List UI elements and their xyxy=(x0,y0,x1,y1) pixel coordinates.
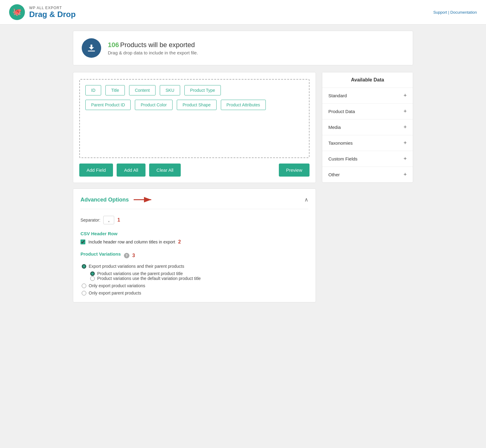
product-variations-section: Product Variations ? 3 Export product va… xyxy=(80,251,308,295)
data-section-media-label: Media xyxy=(328,125,341,130)
advanced-options-card: Advanced Options xyxy=(73,188,316,302)
logo-top-text: WP ALL EXPORT xyxy=(29,6,76,10)
variation-sub-options: Product variations use the parent produc… xyxy=(82,271,308,281)
variation-title-radio-2[interactable] xyxy=(90,276,95,281)
variation-label-3: Only export parent products xyxy=(89,291,141,295)
variation-label-1: Export product variations and their pare… xyxy=(89,264,184,269)
field-tag-parent-product-id[interactable]: Parent Product ID xyxy=(85,100,131,110)
preview-button[interactable]: Preview xyxy=(279,164,310,177)
field-row-2: Parent Product ID Product Color Product … xyxy=(85,100,303,110)
csv-header-section: CSV Header Row Include header row and co… xyxy=(80,231,308,245)
csv-header-checkbox[interactable] xyxy=(80,240,85,244)
variation-option-2: Only export product variations xyxy=(82,283,308,288)
variation-radio-2[interactable] xyxy=(82,284,86,288)
variation-suboption-2: Product variations use the default varia… xyxy=(90,276,308,281)
field-row-1: ID Title Content SKU Product Type xyxy=(85,85,303,95)
media-plus-icon: + xyxy=(403,124,407,130)
export-title: Products will be exported xyxy=(120,41,195,49)
data-section-taxonomies[interactable]: Taxonomies + xyxy=(322,135,413,151)
data-section-other[interactable]: Other + xyxy=(322,167,413,182)
separator-label: Separator: xyxy=(80,218,100,222)
variation-title-label-1: Product variations use the parent produc… xyxy=(97,271,183,276)
header-links: Support | Documentation xyxy=(433,10,477,15)
field-tag-sku[interactable]: SKU xyxy=(160,85,180,95)
product-variations-header: Product Variations ? 3 xyxy=(80,251,308,260)
product-variations-title: Product Variations xyxy=(80,251,121,257)
csv-header-title: CSV Header Row xyxy=(80,231,308,236)
data-section-product-data[interactable]: Product Data + xyxy=(322,104,413,119)
taxonomies-plus-icon: + xyxy=(403,140,407,146)
variation-radio-1[interactable] xyxy=(82,264,86,269)
drag-drop-card: ID Title Content SKU Product Type Parent… xyxy=(73,72,316,183)
data-section-custom-fields-label: Custom Fields xyxy=(328,156,358,161)
variation-title-radio-1[interactable] xyxy=(90,271,95,276)
variation-option-1: Export product variations and their pare… xyxy=(82,264,308,269)
variation-radio-3[interactable] xyxy=(82,291,86,295)
available-data-card: Available Data Standard + Product Data +… xyxy=(322,72,413,183)
data-section-custom-fields[interactable]: Custom Fields + xyxy=(322,151,413,167)
advanced-title-row: Advanced Options xyxy=(80,195,155,204)
app-header: 🐙 WP ALL EXPORT Drag & Drop Support | Do… xyxy=(0,0,486,25)
csv-header-checkbox-row: Include header row and column titles in … xyxy=(80,239,308,245)
data-section-media[interactable]: Media + xyxy=(322,119,413,135)
data-section-other-label: Other xyxy=(328,172,340,177)
variation-label-2: Only export product variations xyxy=(89,283,145,288)
export-count: 106 xyxy=(108,41,119,49)
data-section-taxonomies-label: Taxonomies xyxy=(328,140,353,146)
field-tag-content[interactable]: Content xyxy=(129,85,156,95)
export-banner: 106 Products will be exported Drag & dro… xyxy=(73,31,413,65)
step-3-number: 3 xyxy=(132,253,135,258)
collapse-icon[interactable]: ∧ xyxy=(304,196,308,203)
export-title-row: 106 Products will be exported xyxy=(108,41,198,49)
clear-all-button[interactable]: Clear All xyxy=(149,164,181,177)
drag-drop-zone[interactable]: ID Title Content SKU Product Type Parent… xyxy=(79,79,310,158)
field-tag-title[interactable]: Title xyxy=(105,85,125,95)
content-row: ID Title Content SKU Product Type Parent… xyxy=(73,72,413,302)
left-panel: ID Title Content SKU Product Type Parent… xyxy=(73,72,316,302)
main-container: 106 Products will be exported Drag & dro… xyxy=(67,25,419,308)
advanced-options-header: Advanced Options xyxy=(80,195,308,209)
logo-text: WP ALL EXPORT Drag & Drop xyxy=(29,6,76,19)
product-variations-options: Export product variations and their pare… xyxy=(80,264,308,295)
field-tag-product-type[interactable]: Product Type xyxy=(184,85,221,95)
variation-title-label-2: Product variations use the default varia… xyxy=(97,276,201,281)
variation-option-3: Only export parent products xyxy=(82,291,308,295)
standard-plus-icon: + xyxy=(403,92,407,99)
separator-input[interactable] xyxy=(103,216,114,224)
logo-area: 🐙 WP ALL EXPORT Drag & Drop xyxy=(9,4,76,20)
data-section-standard[interactable]: Standard + xyxy=(322,88,413,104)
download-icon xyxy=(86,43,97,53)
csv-header-checkbox-label: Include header row and column titles in … xyxy=(88,240,175,244)
data-section-standard-label: Standard xyxy=(328,93,347,98)
product-data-plus-icon: + xyxy=(403,108,407,115)
step-1-number: 1 xyxy=(117,217,120,223)
field-tag-product-shape[interactable]: Product Shape xyxy=(177,100,217,110)
logo-icon: 🐙 xyxy=(9,4,25,20)
logo-main-text: Drag & Drop xyxy=(29,10,76,19)
export-subtitle: Drag & drop data to include in the expor… xyxy=(108,50,198,55)
arrow-indicator xyxy=(134,195,155,204)
drag-drop-buttons: Add Field Add All Clear All Preview xyxy=(79,164,310,177)
advanced-options-title: Advanced Options xyxy=(80,197,129,203)
other-plus-icon: + xyxy=(403,171,407,178)
svg-text:🐙: 🐙 xyxy=(12,7,22,16)
separator-row: Separator: 1 xyxy=(80,216,308,224)
field-tag-id[interactable]: ID xyxy=(85,85,101,95)
right-panel: Available Data Standard + Product Data +… xyxy=(322,72,413,183)
data-section-product-data-label: Product Data xyxy=(328,109,355,114)
field-tag-product-color[interactable]: Product Color xyxy=(135,100,173,110)
add-field-button[interactable]: Add Field xyxy=(79,164,113,177)
export-icon-circle xyxy=(82,38,101,58)
step-2-number: 2 xyxy=(178,239,181,245)
available-data-header: Available Data xyxy=(322,72,413,88)
support-link[interactable]: Support xyxy=(433,10,447,15)
link-separator: | xyxy=(448,10,450,15)
field-tag-product-attributes[interactable]: Product Attributes xyxy=(221,100,266,110)
add-all-button[interactable]: Add All xyxy=(117,164,145,177)
variation-suboption-1: Product variations use the parent produc… xyxy=(90,271,308,276)
help-icon[interactable]: ? xyxy=(124,253,129,258)
documentation-link[interactable]: Documentation xyxy=(450,10,477,15)
custom-fields-plus-icon: + xyxy=(403,156,407,162)
export-text: 106 Products will be exported Drag & dro… xyxy=(108,41,198,55)
